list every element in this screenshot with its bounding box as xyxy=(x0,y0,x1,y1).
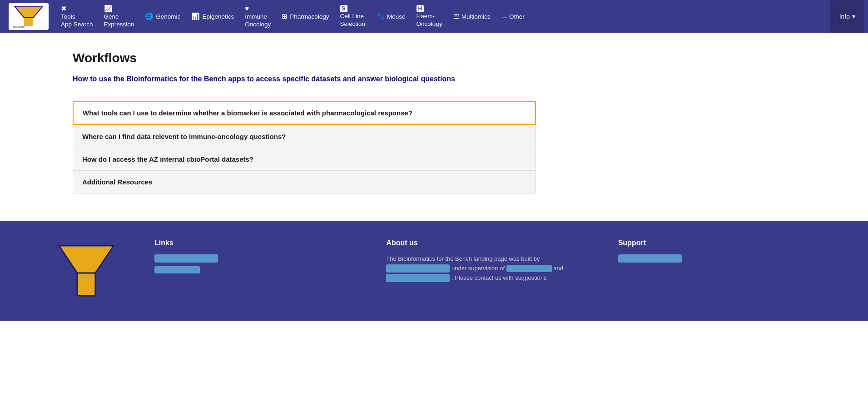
svg-marker-4 xyxy=(59,246,114,296)
nav-epigenetics-label: Epigenetics xyxy=(202,13,234,20)
accordion-label-biomarker: What tools can I use to determine whethe… xyxy=(83,109,412,117)
footer-link-1[interactable] xyxy=(154,254,359,263)
pharmacology-icon: ⊞ xyxy=(282,12,288,20)
footer-about-name3-blurred xyxy=(386,274,450,282)
footer-support-section: Support xyxy=(618,239,823,267)
footer-link-2[interactable] xyxy=(154,266,359,273)
multiomics-icon: ☰ xyxy=(453,12,459,20)
page-subtitle: How to use the Bioinformatics for the Be… xyxy=(73,74,795,84)
page-title: Workflows xyxy=(73,51,795,65)
footer-support-title: Support xyxy=(618,239,823,247)
other-icon: ··· xyxy=(501,13,507,20)
accordion-item-immune-oncology[interactable]: Where can I find data relevent to immune… xyxy=(73,125,536,148)
nav-item-tools-app-search[interactable]: ✖ Tools App Search xyxy=(55,0,99,33)
gene-icon: 📈 xyxy=(104,5,113,13)
footer-support-link-1[interactable] xyxy=(618,254,823,263)
footer: Links About us The Bioinformatics for th… xyxy=(0,221,868,321)
logo-image: goto.az/bftb xyxy=(10,4,47,29)
navbar: goto.az/bftb ✖ Tools App Search 📈 Gene E… xyxy=(0,0,868,33)
nav-item-immune-oncology[interactable]: ♥ Immune- Oncology xyxy=(239,0,276,33)
nav-item-other[interactable]: ··· Other xyxy=(496,0,530,33)
footer-support-blurred xyxy=(618,254,682,263)
accordion-item-additional-resources[interactable]: Additional Resources xyxy=(73,170,536,194)
footer-logo-svg xyxy=(50,239,123,303)
nav-mouse-label: Mouse xyxy=(387,13,406,20)
svg-text:goto.az/bftb: goto.az/bftb xyxy=(13,25,25,28)
accordion-list: What tools can I use to determine whethe… xyxy=(73,101,536,194)
nav-haem-label2: Oncology xyxy=(417,20,442,28)
footer-about-section: About us The Bioinformatics for the Benc… xyxy=(386,239,590,283)
accordion-item-cbioportal[interactable]: How do I access the AZ internal cbioPort… xyxy=(73,148,536,170)
genomic-icon: 🌐 xyxy=(145,12,154,20)
nav-tools-label: Tools xyxy=(61,13,75,20)
cell-line-icon: S xyxy=(340,5,347,12)
haem-icon: H xyxy=(417,5,424,12)
accordion-label-additional-resources: Additional Resources xyxy=(82,178,152,186)
tools-icon: ✖ xyxy=(61,5,67,13)
nav-item-mouse[interactable]: 🐾 Mouse xyxy=(371,0,411,33)
nav-item-epigenetics[interactable]: 📊 Epigenetics xyxy=(186,0,239,33)
nav-item-haem-oncology[interactable]: H Haem- Oncology xyxy=(411,0,448,33)
nav-item-genomic[interactable]: 🌐 Genomic xyxy=(139,0,186,33)
nav-item-multiomics[interactable]: ☰ Multiomics xyxy=(448,0,496,33)
nav-other-label: Other xyxy=(509,13,525,20)
nav-item-gene-expression[interactable]: 📈 Gene Expression xyxy=(99,0,140,33)
accordion-label-immune-oncology: Where can I find data relevent to immune… xyxy=(82,133,286,140)
nav-item-info[interactable]: Info ▾ xyxy=(830,0,864,33)
footer-about-name2-blurred xyxy=(506,265,552,272)
accordion-label-cbioportal: How do I access the AZ internal cbioPort… xyxy=(82,155,253,163)
nav-pharmacology-label: Pharmacology xyxy=(290,13,329,20)
nav-cell-line-label2: Selection xyxy=(340,20,366,28)
nav-item-pharmacology[interactable]: ⊞ Pharmacology xyxy=(276,0,334,33)
nav-gene-label: Gene xyxy=(104,13,119,20)
nav-tools-label2: App Search xyxy=(61,21,93,28)
nav-item-cell-line-selection[interactable]: S Cell Line Selection xyxy=(335,0,371,33)
footer-about-text: The Bioinformatics for the Bench landing… xyxy=(386,254,590,283)
epigenetics-icon: 📊 xyxy=(191,12,200,20)
footer-about-title: About us xyxy=(386,239,590,247)
footer-link-2-blurred xyxy=(154,266,200,273)
footer-links-title: Links xyxy=(154,239,359,247)
nav-immune-label2: Oncology xyxy=(245,21,271,28)
nav-info-label: Info xyxy=(839,13,850,20)
main-content: Workflows How to use the Bioinformatics … xyxy=(0,33,868,221)
nav-genomic-label: Genomic xyxy=(156,13,180,20)
nav-logo[interactable]: goto.az/bftb xyxy=(4,3,54,30)
nav-haem-label: Haem- xyxy=(417,13,435,20)
footer-links-section: Links xyxy=(154,239,359,277)
nav-multiomics-label: Multiomics xyxy=(461,13,491,20)
immune-icon: ♥ xyxy=(245,5,249,13)
footer-link-1-blurred xyxy=(154,254,218,263)
mouse-icon: 🐾 xyxy=(376,12,385,20)
footer-about-name1-blurred xyxy=(386,264,450,273)
footer-logo xyxy=(45,239,127,303)
accordion-item-biomarker[interactable]: What tools can I use to determine whethe… xyxy=(73,101,536,125)
nav-gene-label2: Expression xyxy=(104,21,134,28)
nav-cell-line-label: Cell Line xyxy=(340,13,364,20)
nav-info-chevron: ▾ xyxy=(852,13,855,20)
nav-immune-label: Immune- xyxy=(245,13,269,20)
